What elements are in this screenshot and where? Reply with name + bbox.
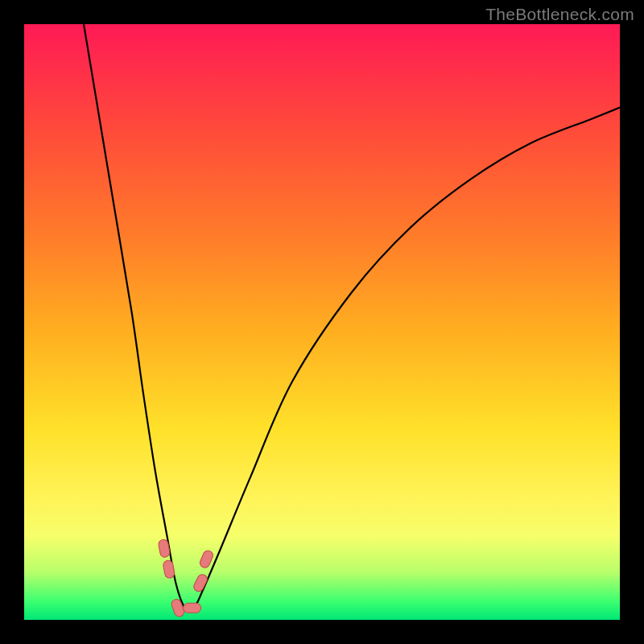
trough-marker [192, 573, 209, 593]
bottleneck-curve [84, 24, 620, 610]
watermark-text: TheBottleneck.com [485, 5, 634, 24]
curve-svg [24, 24, 620, 620]
plot-area [24, 24, 620, 620]
trough-marker [199, 549, 215, 569]
trough-marker [184, 603, 201, 613]
trough-marker [163, 559, 175, 579]
chart-container: TheBottleneck.com [0, 0, 644, 644]
trough-markers-group [158, 539, 214, 617]
